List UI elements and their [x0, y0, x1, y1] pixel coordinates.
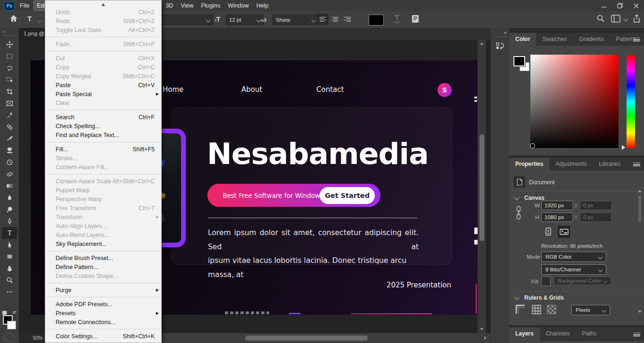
menubar-item-view[interactable]: View	[177, 0, 197, 11]
lasso-tool[interactable]	[2, 62, 17, 74]
height-input[interactable]	[541, 212, 573, 222]
align-center-button[interactable]	[330, 14, 341, 25]
menu-item-perspective-warp[interactable]: Perspective Warp	[45, 195, 161, 204]
menu-item-purge[interactable]: Purge▶	[45, 286, 161, 294]
menu-item-content-aware-fill[interactable]: Content-Aware Fill...	[45, 163, 161, 172]
workspace-chevron-icon[interactable]	[624, 17, 628, 22]
move-tool[interactable]	[2, 39, 17, 50]
menu-item-define-pattern[interactable]: Define Pattern...	[45, 262, 161, 271]
canvas-section-chevron-icon[interactable]	[514, 195, 519, 200]
scroll-down-icon[interactable]	[480, 328, 484, 330]
tab-libraries[interactable]: Libraries	[593, 158, 627, 171]
properties-scrollbar-thumb[interactable]	[638, 196, 641, 223]
edit-toolbar-tool[interactable]	[2, 286, 17, 298]
rulers-section-chevron-icon[interactable]	[514, 294, 519, 300]
quick-mask-icon[interactable]	[4, 333, 15, 342]
blur-tool[interactable]	[2, 192, 17, 204]
tool-preset-icon[interactable]: T	[27, 15, 32, 23]
fill-swatch[interactable]	[541, 277, 551, 286]
path-selection-tool[interactable]	[2, 239, 17, 251]
swap-colors-icon[interactable]: ⇄	[13, 310, 17, 315]
vertical-scrollbar-thumb[interactable]	[479, 134, 484, 241]
scroll-up-icon[interactable]	[638, 190, 642, 192]
text-color-swatch[interactable]	[369, 15, 384, 25]
menu-item-puppet-warp[interactable]: Puppet Warp	[45, 186, 161, 195]
landscape-orientation-button[interactable]	[558, 226, 570, 238]
minimize-button[interactable]	[596, 0, 612, 11]
portrait-orientation-button[interactable]	[542, 226, 554, 238]
menu-item-check-spelling[interactable]: Check Spelling...	[45, 122, 161, 131]
home-icon[interactable]	[9, 14, 18, 24]
eraser-tool[interactable]	[2, 168, 17, 180]
pen-tool[interactable]	[2, 215, 17, 227]
grid-icon[interactable]	[532, 305, 541, 316]
dodge-tool[interactable]	[2, 204, 17, 215]
menu-scroll-up-icon[interactable]: ▲	[45, 0, 161, 8]
hue-slider[interactable]	[627, 55, 635, 148]
ruler-units-select[interactable]: Pixels	[571, 305, 610, 315]
menubar-item-3d[interactable]: 3D	[162, 0, 176, 11]
font-size-select[interactable]: 12 pt	[226, 15, 264, 25]
tab-color[interactable]: Color	[509, 33, 536, 46]
scroll-down-icon[interactable]	[638, 310, 642, 313]
anti-alias-select[interactable]: Sharp	[272, 15, 319, 25]
toolbar-grip[interactable]	[4, 35, 15, 38]
rectangular-marquee-tool[interactable]	[2, 50, 17, 62]
gradient-tool[interactable]	[2, 180, 17, 192]
search-icon[interactable]	[596, 14, 605, 24]
menu-item-fade[interactable]: Fade...Shift+Ctrl+F	[45, 40, 161, 49]
scroll-up-icon[interactable]	[480, 42, 484, 45]
type-tool[interactable]: T	[2, 227, 17, 239]
menu-item-free-transform[interactable]: Free TransformCtrl+T	[45, 204, 161, 212]
y-input[interactable]	[580, 212, 612, 222]
menubar-item-window[interactable]: Window	[224, 0, 252, 11]
scroll-right-icon[interactable]	[484, 336, 487, 340]
history-panel-icon[interactable]	[494, 40, 506, 52]
toolbar-expand-icon[interactable]: »	[0, 28, 19, 34]
bit-depth-select[interactable]: 8 Bits/Channel	[541, 264, 606, 275]
background-color-swatch[interactable]	[7, 321, 16, 329]
align-right-button[interactable]	[342, 14, 353, 25]
zoom-tool[interactable]	[2, 274, 17, 286]
menu-item-fill[interactable]: Fill...Shift+F5	[45, 145, 161, 154]
transparency-icon[interactable]	[547, 305, 556, 316]
close-button[interactable]	[628, 0, 644, 11]
panel-menu-icon[interactable]	[633, 333, 640, 336]
menu-item-redo[interactable]: RedoShift+Ctrl+Z	[45, 16, 161, 25]
color-panel-foreground-swatch[interactable]	[513, 56, 525, 66]
menu-item-define-brush-preset[interactable]: Define Brush Preset...	[45, 253, 161, 262]
menu-item-transform[interactable]: Transform▶	[45, 212, 161, 221]
menu-item-paste-special[interactable]: Paste Special▶	[45, 90, 161, 98]
menubar-item-file[interactable]: File	[17, 0, 33, 11]
menu-item-copy[interactable]: CopyCtrl+C	[45, 63, 161, 72]
menu-item-toggle-last-state[interactable]: Toggle Last StateAlt+Ctrl+Z	[45, 25, 161, 34]
menu-item-search[interactable]: SearchCtrl+F	[45, 113, 161, 122]
restore-button[interactable]	[612, 0, 628, 11]
menu-item-adobe-pdf-presets[interactable]: Adobe PDF Presets...	[45, 300, 161, 309]
workspace-icon[interactable]	[611, 15, 620, 24]
menu-item-auto-blend-layers[interactable]: Auto-Blend Layers...	[45, 230, 161, 239]
eyedropper-tool[interactable]	[2, 109, 17, 121]
spot-healing-brush-tool[interactable]	[2, 121, 17, 133]
rectangle-tool[interactable]	[2, 251, 17, 262]
tab-swatches[interactable]: Swatches	[536, 33, 573, 46]
menu-item-cut[interactable]: CutCtrl+X	[45, 54, 161, 63]
menubar-item-help[interactable]: Help	[253, 0, 272, 11]
toggle-panels-icon[interactable]	[411, 14, 420, 25]
vertical-scrollbar[interactable]	[478, 40, 486, 333]
width-input[interactable]	[541, 201, 573, 210]
x-input[interactable]	[580, 201, 612, 210]
panel-menu-icon[interactable]	[633, 163, 640, 166]
menu-item-stroke[interactable]: Stroke...	[45, 154, 161, 163]
collapse-panels-icon[interactable]: «	[504, 30, 507, 36]
tab-adjustments[interactable]: Adjustments	[549, 158, 593, 171]
object-selection-tool[interactable]	[2, 74, 17, 86]
fill-select[interactable]: Background Color	[553, 277, 611, 285]
menu-item-find-and-replace-text[interactable]: Find and Replace Text...	[45, 131, 161, 139]
align-left-button[interactable]	[317, 14, 329, 25]
saturation-selector[interactable]	[530, 143, 535, 148]
brush-tool[interactable]	[2, 133, 17, 145]
menu-item-copy-merged[interactable]: Copy MergedShift+Ctrl+C	[45, 72, 161, 81]
menu-item-define-custom-shape[interactable]: Define Custom Shape...	[45, 271, 161, 280]
menu-item-auto-align-layers[interactable]: Auto-Align Layers...	[45, 221, 161, 230]
